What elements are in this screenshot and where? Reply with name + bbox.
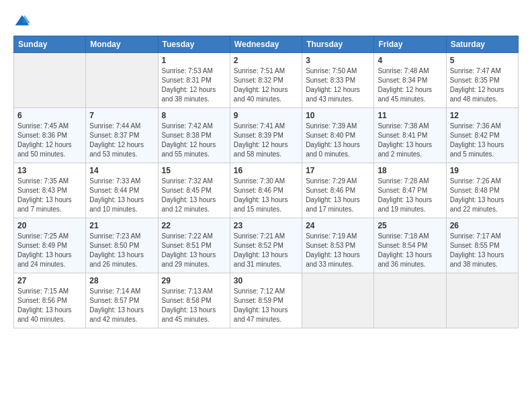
logo-text [13,12,30,29]
day-cell [86,53,158,108]
day-info: Sunrise: 7:47 AM Sunset: 8:35 PM Dayligh… [450,66,515,104]
weekday-monday: Monday [86,36,158,53]
day-cell: 24Sunrise: 7:19 AM Sunset: 8:53 PM Dayli… [302,218,374,273]
day-cell: 23Sunrise: 7:21 AM Sunset: 8:52 PM Dayli… [230,218,302,273]
day-number: 19 [450,166,515,175]
day-cell: 2Sunrise: 7:51 AM Sunset: 8:32 PM Daylig… [230,53,302,108]
day-cell: 3Sunrise: 7:50 AM Sunset: 8:33 PM Daylig… [302,53,374,108]
day-cell: 15Sunrise: 7:32 AM Sunset: 8:45 PM Dayli… [158,163,230,218]
day-cell: 26Sunrise: 7:17 AM Sunset: 8:55 PM Dayli… [446,218,518,273]
day-number: 22 [162,221,226,230]
week-row-5: 27Sunrise: 7:15 AM Sunset: 8:56 PM Dayli… [14,273,519,328]
day-cell: 27Sunrise: 7:15 AM Sunset: 8:56 PM Dayli… [14,273,86,328]
calendar-body: 1Sunrise: 7:53 AM Sunset: 8:31 PM Daylig… [14,53,519,328]
day-number: 2 [234,56,298,65]
day-number: 16 [234,166,298,175]
weekday-saturday: Saturday [446,36,518,53]
day-cell: 29Sunrise: 7:13 AM Sunset: 8:58 PM Dayli… [158,273,230,328]
day-number: 3 [306,56,370,65]
day-number: 20 [17,221,82,230]
day-info: Sunrise: 7:19 AM Sunset: 8:53 PM Dayligh… [306,232,370,269]
day-cell: 7Sunrise: 7:44 AM Sunset: 8:37 PM Daylig… [86,108,158,163]
day-info: Sunrise: 7:15 AM Sunset: 8:56 PM Dayligh… [17,287,82,324]
day-cell: 22Sunrise: 7:22 AM Sunset: 8:51 PM Dayli… [158,218,230,273]
day-info: Sunrise: 7:13 AM Sunset: 8:58 PM Dayligh… [162,287,226,324]
day-info: Sunrise: 7:36 AM Sunset: 8:42 PM Dayligh… [450,122,515,159]
day-cell [374,273,446,328]
day-number: 14 [89,166,154,175]
day-number: 29 [162,276,226,285]
day-info: Sunrise: 7:12 AM Sunset: 8:59 PM Dayligh… [234,287,298,324]
day-number: 5 [450,56,515,65]
day-number: 26 [450,221,515,230]
day-cell: 20Sunrise: 7:25 AM Sunset: 8:49 PM Dayli… [14,218,86,273]
day-info: Sunrise: 7:30 AM Sunset: 8:46 PM Dayligh… [234,177,298,214]
svg-marker-1 [22,15,30,24]
day-number: 21 [89,221,154,230]
day-number: 17 [306,166,370,175]
day-info: Sunrise: 7:28 AM Sunset: 8:47 PM Dayligh… [378,177,442,214]
day-cell: 30Sunrise: 7:12 AM Sunset: 8:59 PM Dayli… [230,273,302,328]
day-info: Sunrise: 7:23 AM Sunset: 8:50 PM Dayligh… [89,232,154,269]
day-cell: 6Sunrise: 7:45 AM Sunset: 8:36 PM Daylig… [14,108,86,163]
day-info: Sunrise: 7:44 AM Sunset: 8:37 PM Dayligh… [89,122,154,159]
day-cell: 9Sunrise: 7:41 AM Sunset: 8:39 PM Daylig… [230,108,302,163]
calendar-table: SundayMondayTuesdayWednesdayThursdayFrid… [13,36,519,328]
day-cell: 28Sunrise: 7:14 AM Sunset: 8:57 PM Dayli… [86,273,158,328]
day-number: 27 [17,276,82,285]
day-info: Sunrise: 7:41 AM Sunset: 8:39 PM Dayligh… [234,122,298,159]
day-info: Sunrise: 7:33 AM Sunset: 8:44 PM Dayligh… [89,177,154,214]
day-cell: 4Sunrise: 7:48 AM Sunset: 8:34 PM Daylig… [374,53,446,108]
day-cell [14,53,86,108]
day-number: 6 [17,111,82,120]
day-number: 30 [234,276,298,285]
day-cell: 25Sunrise: 7:18 AM Sunset: 8:54 PM Dayli… [374,218,446,273]
day-number: 9 [234,111,298,120]
day-number: 25 [378,221,442,230]
day-number: 10 [306,111,370,120]
day-cell: 13Sunrise: 7:35 AM Sunset: 8:43 PM Dayli… [14,163,86,218]
day-number: 12 [450,111,515,120]
day-cell: 5Sunrise: 7:47 AM Sunset: 8:35 PM Daylig… [446,53,518,108]
day-number: 7 [89,111,154,120]
weekday-wednesday: Wednesday [230,36,302,53]
day-info: Sunrise: 7:25 AM Sunset: 8:49 PM Dayligh… [17,232,82,269]
header [13,12,519,29]
week-row-1: 1Sunrise: 7:53 AM Sunset: 8:31 PM Daylig… [14,53,519,108]
day-info: Sunrise: 7:21 AM Sunset: 8:52 PM Dayligh… [234,232,298,269]
day-number: 4 [378,56,442,65]
day-cell: 21Sunrise: 7:23 AM Sunset: 8:50 PM Dayli… [86,218,158,273]
logo [13,12,32,29]
day-number: 13 [17,166,82,175]
weekday-sunday: Sunday [14,36,86,53]
day-number: 15 [162,166,226,175]
week-row-3: 13Sunrise: 7:35 AM Sunset: 8:43 PM Dayli… [14,163,519,218]
day-info: Sunrise: 7:38 AM Sunset: 8:41 PM Dayligh… [378,122,442,159]
day-info: Sunrise: 7:42 AM Sunset: 8:38 PM Dayligh… [162,122,226,159]
day-info: Sunrise: 7:14 AM Sunset: 8:57 PM Dayligh… [89,287,154,324]
day-cell: 19Sunrise: 7:26 AM Sunset: 8:48 PM Dayli… [446,163,518,218]
day-cell [446,273,518,328]
day-cell: 10Sunrise: 7:39 AM Sunset: 8:40 PM Dayli… [302,108,374,163]
day-info: Sunrise: 7:18 AM Sunset: 8:54 PM Dayligh… [378,232,442,269]
weekday-header-row: SundayMondayTuesdayWednesdayThursdayFrid… [14,36,519,53]
day-info: Sunrise: 7:26 AM Sunset: 8:48 PM Dayligh… [450,177,515,214]
day-cell: 18Sunrise: 7:28 AM Sunset: 8:47 PM Dayli… [374,163,446,218]
day-info: Sunrise: 7:35 AM Sunset: 8:43 PM Dayligh… [17,177,82,214]
page: SundayMondayTuesdayWednesdayThursdayFrid… [0,0,532,411]
day-cell: 12Sunrise: 7:36 AM Sunset: 8:42 PM Dayli… [446,108,518,163]
day-cell: 8Sunrise: 7:42 AM Sunset: 8:38 PM Daylig… [158,108,230,163]
day-number: 1 [162,56,226,65]
day-number: 24 [306,221,370,230]
day-cell: 17Sunrise: 7:29 AM Sunset: 8:46 PM Dayli… [302,163,374,218]
day-number: 11 [378,111,442,120]
week-row-4: 20Sunrise: 7:25 AM Sunset: 8:49 PM Dayli… [14,218,519,273]
day-cell: 11Sunrise: 7:38 AM Sunset: 8:41 PM Dayli… [374,108,446,163]
logo-icon [14,13,30,29]
day-info: Sunrise: 7:32 AM Sunset: 8:45 PM Dayligh… [162,177,226,214]
weekday-thursday: Thursday [302,36,374,53]
week-row-2: 6Sunrise: 7:45 AM Sunset: 8:36 PM Daylig… [14,108,519,163]
day-number: 28 [89,276,154,285]
day-info: Sunrise: 7:22 AM Sunset: 8:51 PM Dayligh… [162,232,226,269]
day-info: Sunrise: 7:39 AM Sunset: 8:40 PM Dayligh… [306,122,370,159]
